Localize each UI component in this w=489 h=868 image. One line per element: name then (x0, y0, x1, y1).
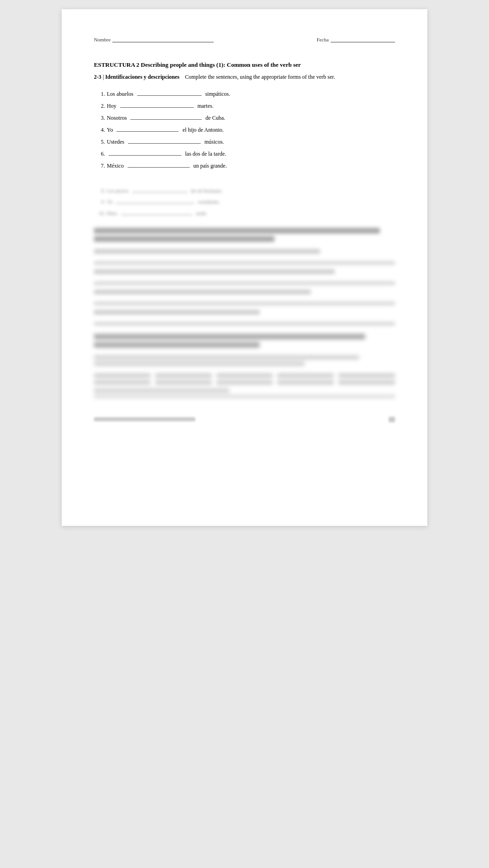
blurred-para-2 (94, 249, 395, 254)
sentence-start: Los abuelos (107, 88, 134, 99)
vocab-word (155, 380, 212, 384)
list-item: 3. Nosotros de Cuba. (94, 112, 395, 123)
blurred-title (94, 236, 274, 242)
vocab-word (155, 373, 212, 378)
list-item: 1. Los abuelos simpáticos. (94, 88, 395, 99)
blurred-short (94, 388, 229, 393)
structure-title: ESTRUCTURA 2 Describing people and thing… (94, 61, 395, 69)
blank-line (116, 131, 179, 132)
blank-line (132, 192, 187, 192)
blank-line (109, 155, 181, 156)
vocab-word (277, 373, 334, 378)
sentence-end: martes. (198, 100, 214, 111)
blurred-short (94, 355, 359, 360)
sentence-num: 3. (94, 112, 105, 123)
blurred-answer (94, 302, 395, 305)
blank-line (137, 95, 202, 96)
sentence-end: un país grande. (193, 160, 227, 171)
blank-line (128, 143, 201, 144)
sentence-start: Nosotros (107, 112, 127, 123)
sentence-filler: Tú (107, 196, 112, 207)
header-fields: Nombre Fecha (94, 37, 395, 42)
blurred-para-intro (94, 355, 395, 366)
fecha-label: Fecha (317, 37, 329, 42)
vocab-word (94, 380, 151, 384)
list-item: 4. Yo el hijo de Antonio. (94, 124, 395, 135)
sentence-end: el hijo de Antonio. (182, 124, 223, 135)
structure-bold: ESTRUCTURA 2 (94, 61, 140, 68)
sentence-start: Los perros (107, 185, 128, 196)
blurred-answer (94, 261, 395, 265)
sentences-list: 1. Los abuelos simpáticos. 2. Hoy martes… (94, 88, 395, 171)
nombre-label: Nombre (94, 37, 111, 42)
list-item: 5. Ustedes músicos. (94, 136, 395, 147)
exercise-instruction: Complete the sentences, using the approp… (185, 74, 335, 80)
sentence-num: 5. (94, 136, 105, 147)
sentence-end: simpáticos. (205, 88, 230, 99)
vocab-word (216, 380, 273, 384)
sentence-num: 9. (94, 196, 105, 207)
exercise-number: 2-3 (94, 74, 101, 80)
footer-bar (94, 417, 395, 422)
blurred-title (94, 342, 260, 348)
blurred-short (94, 269, 335, 274)
vocab-word (216, 373, 273, 378)
sentence-num: 6. (94, 148, 105, 159)
nombre-field: Nombre (94, 37, 214, 42)
sentence-start: Yo (107, 124, 113, 135)
blurred-para-3 (94, 269, 395, 274)
fecha-field: Fecha (317, 37, 395, 42)
fecha-line (331, 42, 395, 42)
structure-rest: Describing people and things (1): Common… (140, 61, 301, 68)
exercise-intro: 2-3 | Identificaciones y descripciones C… (94, 73, 395, 81)
list-item: 6. las dos de la tarde. (94, 148, 395, 159)
sentence-num: 1. (94, 88, 105, 99)
vocab-word (277, 380, 334, 384)
sentence-num: 7. (94, 160, 105, 171)
blurred-answer (94, 395, 395, 398)
blurred-block-2 (94, 334, 395, 398)
list-item: 2. Hoy martes. (94, 100, 395, 111)
page: Nombre Fecha ESTRUCTURA 2 Describing peo… (62, 9, 427, 526)
blurred-short (94, 310, 260, 315)
sentence-8: 8. Los perros de mi hermano. (94, 185, 395, 196)
blurred-short (94, 361, 305, 366)
blurred-short (94, 290, 311, 294)
sentence-end: de mi hermano. (191, 185, 223, 196)
vocab-word (338, 380, 395, 384)
sentence-start: Ustedes (107, 136, 124, 147)
blurred-para-answer (94, 388, 395, 398)
blurred-para-title (94, 334, 395, 348)
nombre-line (112, 42, 214, 42)
blurred-block-1 (94, 228, 395, 326)
blurred-para-4 (94, 290, 395, 294)
footer-text (94, 417, 195, 421)
sentence-start: Hoy (107, 100, 116, 111)
sentence-start: México (107, 160, 124, 171)
sentence-end: las dos de la tarde. (185, 148, 226, 159)
blurred-para-1 (94, 228, 395, 242)
blurred-answer (94, 281, 395, 285)
sentence-end: de Cuba. (205, 112, 225, 123)
blurred-title (94, 334, 365, 339)
blank-line (130, 119, 202, 120)
page-number (389, 417, 395, 422)
sentence-10: 10. Ellos tarde. (94, 208, 395, 219)
sentence-num: 10. (94, 208, 105, 219)
blank-line (128, 167, 190, 168)
list-item: 7. México un país grande. (94, 160, 395, 171)
exercise-title: Identificaciones y descripciones (105, 74, 179, 80)
sentence-9: 9. Tú estudiante. (94, 196, 395, 207)
vocab-grid (94, 373, 395, 384)
blurred-para-5 (94, 310, 395, 315)
sentence-end: músicos. (204, 136, 224, 147)
blank-line (121, 215, 192, 215)
blurred-section: 8. Los perros de mi hermano. 9. Tú estud… (94, 185, 395, 219)
vocab-word (338, 373, 395, 378)
sentence-num: 4. (94, 124, 105, 135)
blank-line (116, 203, 194, 204)
vocab-word (94, 373, 151, 378)
exercise-separator: | (103, 74, 104, 80)
blurred-title (94, 228, 380, 233)
sentence-end: tarde. (196, 208, 208, 219)
